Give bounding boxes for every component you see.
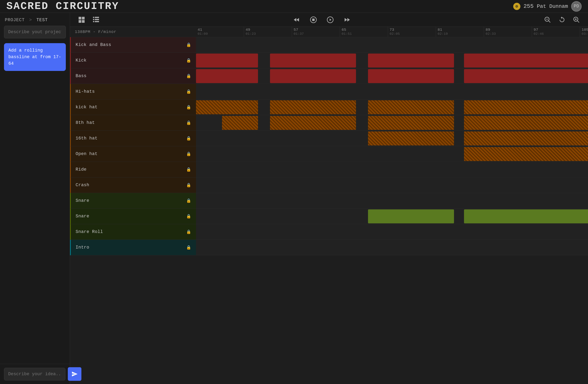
track-label-16th-hat: 16th hat 🔒 [70,131,196,146]
lock-icon[interactable]: 🔒 [186,152,191,156]
play-button[interactable] [325,15,336,25]
track-label-text: Snare [76,214,89,219]
list-icon [92,16,100,23]
clip-8th-hat-2[interactable] [368,116,454,130]
top-bar: Sacred Circuitry ⊙ 255 Pat Dunnam PD [0,0,588,13]
clip-row-16th-hat[interactable] [196,131,588,146]
ruler-time-label: 02:19 [438,32,448,36]
track-label-text: Crash [76,183,89,188]
clip-row-open-hat[interactable] [196,146,588,162]
breadcrumb-parent[interactable]: PROJECT [5,18,25,22]
clip-row-kick-and-bass[interactable] [196,37,588,53]
grid-view-button[interactable] [76,15,87,25]
clip-kick-hat-0[interactable] [196,100,258,114]
ruler-and-clips: 4101:094901:235701:376501:517302:058102:… [196,27,588,255]
list-view-button[interactable] [91,15,101,25]
clip-16th-hat-1[interactable] [464,132,588,145]
clip-16th-hat-0[interactable] [368,132,454,145]
clip-snare-0[interactable] [368,209,454,223]
lock-icon[interactable]: 🔒 [186,58,191,63]
track-label-text: Intro [76,245,89,250]
track-label-text: kick hat [76,105,98,110]
clip-row-ride[interactable] [196,162,588,177]
user-name: Pat Dunnam [537,3,568,9]
clip-row-kick-hat[interactable] [196,99,588,115]
ruler-bar-label: 65 [342,28,346,32]
clip-row-intro[interactable] [196,240,588,255]
track-label-bass: Bass 🔒 [70,68,196,84]
ruler-time-label: 02:46 [534,32,544,36]
ruler-time-label: 01:09 [198,32,208,36]
toolbar-right [542,15,582,25]
lock-icon[interactable]: 🔒 [186,183,191,188]
breadcrumb-current[interactable]: TEST [36,18,48,22]
clips-column[interactable]: 4101:094901:235701:376501:517302:058102:… [196,27,588,384]
clip-8th-hat-3[interactable] [464,116,588,130]
clip-row-bass[interactable] [196,68,588,84]
clip-row-hi-hats[interactable] [196,84,588,99]
clip-kick-0[interactable] [196,54,258,68]
ruler-segment-57: 5701:37 [292,27,340,37]
track-label-text: Ride [76,167,87,172]
zoom-in-button[interactable] [571,15,582,25]
ruler-time-label: 03:00 [582,32,588,36]
clip-bass-3[interactable] [464,69,588,83]
lock-icon[interactable]: 🔒 [186,42,191,47]
clip-row-snare[interactable] [196,209,588,224]
ruler-time-label: 02:33 [486,32,496,36]
lock-icon[interactable]: 🔒 [186,245,191,250]
lock-icon[interactable]: 🔒 [186,214,191,219]
chat-idea-input[interactable] [4,368,65,380]
toolbar-left [76,15,101,25]
ruler-time-label: 02:05 [390,32,400,36]
clip-8th-hat-1[interactable] [270,116,356,130]
chat-bubble: Add a rolling bassline at from 17-64 [4,43,66,71]
clip-row-8th-hat[interactable] [196,115,588,131]
lock-icon[interactable]: 🔒 [186,120,191,125]
svg-rect-3 [82,20,85,23]
track-label-open-hat: Open hat 🔒 [70,146,196,162]
clip-bass-0[interactable] [196,69,258,83]
lock-icon[interactable]: 🔒 [186,198,191,203]
track-label-text: Snare [76,198,89,203]
stop-button[interactable] [308,15,319,25]
lock-icon[interactable]: 🔒 [186,136,191,141]
clip-open-hat-0[interactable] [464,147,588,161]
lock-icon[interactable]: 🔒 [186,105,191,110]
ruler-bar-label: 97 [534,28,538,32]
zoom-out-button[interactable] [542,15,553,25]
clip-kick-2[interactable] [368,54,454,68]
chat-input-row [0,364,70,384]
clip-kick-1[interactable] [270,54,356,68]
clip-bass-1[interactable] [270,69,356,83]
rewind-button[interactable] [291,15,302,25]
clip-row-snare-group[interactable] [196,193,588,209]
zoom-out-icon [544,16,551,23]
fast-forward-button[interactable] [342,15,352,25]
zoom-in-icon [573,16,580,23]
clip-8th-hat-0[interactable] [222,116,258,130]
clip-kick-3[interactable] [464,54,588,68]
clip-row-snare-roll[interactable] [196,224,588,240]
stop-icon [310,16,317,23]
svg-rect-2 [79,20,81,23]
lock-icon[interactable]: 🔒 [186,89,191,94]
clip-snare-1[interactable] [464,209,588,223]
clip-kick-hat-3[interactable] [464,100,588,114]
reset-button[interactable] [557,15,567,25]
project-description-input[interactable] [4,26,66,38]
lock-icon[interactable]: 🔒 [186,74,191,78]
clip-row-kick[interactable] [196,53,588,68]
clip-kick-hat-2[interactable] [368,100,454,114]
lock-icon[interactable]: 🔒 [186,229,191,234]
ruler-bar-label: 73 [390,28,394,32]
svg-rect-6 [93,19,94,20]
track-label-8th-hat: 8th hat 🔒 [70,115,196,131]
clip-kick-hat-1[interactable] [270,100,356,114]
clip-bass-2[interactable] [368,69,454,83]
lock-icon[interactable]: 🔒 [186,167,191,172]
avatar[interactable]: PD [571,1,582,12]
track-label-snare-roll: Snare Roll 🔒 [70,224,196,240]
ruler-segment-65: 6501:51 [340,27,388,37]
clip-row-crash[interactable] [196,177,588,193]
